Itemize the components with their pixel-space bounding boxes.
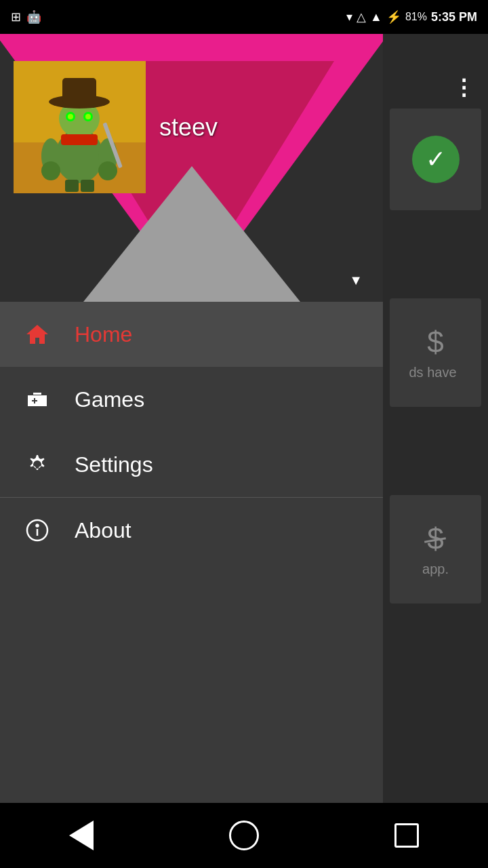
battery-icon: ⚡ <box>386 9 401 24</box>
nav-items: Home Games <box>0 302 383 868</box>
avatar[interactable] <box>14 61 146 193</box>
user-info: steev <box>14 61 218 193</box>
peek-text-1: ds have <box>409 365 462 380</box>
signal-icon: △ <box>357 9 366 24</box>
recents-icon <box>394 823 419 848</box>
drawer-header: steev ▼ <box>0 34 383 302</box>
svg-point-8 <box>68 114 73 119</box>
dropdown-arrow[interactable]: ▼ <box>349 273 363 288</box>
svg-rect-5 <box>62 78 96 104</box>
status-time: 5:35 PM <box>431 10 477 24</box>
peek-text-2: app. <box>422 561 449 577</box>
svg-point-9 <box>85 114 91 119</box>
svg-point-13 <box>41 161 60 180</box>
dollar-icon: $ <box>427 326 443 359</box>
peek-card-3: $ app. <box>390 495 481 604</box>
username: steev <box>159 113 218 142</box>
character-svg <box>14 61 146 193</box>
info-icon <box>20 513 54 547</box>
content-peek: ⋮ ✓ $ ds have $ app. <box>383 34 488 868</box>
bottom-navigation <box>0 803 488 868</box>
navigation-drawer: steev ▼ Home <box>0 34 383 868</box>
nav-item-games[interactable]: Games <box>0 367 383 432</box>
status-bar: ⊞ 🤖 ▾ △ ▲ ⚡ 81% 5:35 PM <box>0 0 488 34</box>
games-label: Games <box>75 387 144 412</box>
svg-point-18 <box>40 398 43 401</box>
home-label: Home <box>75 322 132 347</box>
nav-item-home[interactable]: Home <box>0 302 383 367</box>
svg-point-19 <box>43 401 45 403</box>
games-icon <box>20 382 54 416</box>
peek-card-1: ✓ <box>390 108 481 210</box>
svg-point-14 <box>98 161 117 180</box>
battery-percentage: 81% <box>405 11 427 23</box>
signal2-icon: ▲ <box>370 10 382 24</box>
recents-button[interactable] <box>386 815 427 856</box>
nav-item-about[interactable]: About <box>0 498 383 563</box>
more-options-button[interactable]: ⋮ <box>453 75 474 100</box>
more-options-icon: ⋮ <box>453 75 474 100</box>
home-button[interactable] <box>224 815 264 856</box>
android-status-icon: 🤖 <box>26 9 41 24</box>
svg-rect-16 <box>65 180 79 192</box>
settings-icon <box>20 448 54 481</box>
svg-rect-10 <box>61 134 98 145</box>
dropdown-chevron-icon: ▼ <box>349 273 363 288</box>
back-icon <box>69 821 94 850</box>
back-button[interactable] <box>61 815 102 856</box>
gamepad-status-icon: ⊞ <box>11 9 21 24</box>
svg-rect-17 <box>81 180 94 192</box>
wifi-icon: ▾ <box>346 9 352 24</box>
home-nav-icon <box>229 821 259 850</box>
settings-label: Settings <box>75 452 153 477</box>
status-bar-right: ▾ △ ▲ ⚡ 81% 5:35 PM <box>346 9 477 24</box>
svg-point-22 <box>37 525 39 527</box>
home-icon <box>20 317 54 351</box>
about-label: About <box>75 518 131 543</box>
nav-item-settings[interactable]: Settings <box>0 432 383 497</box>
main-container: steev ▼ Home <box>0 34 488 868</box>
check-icon: ✓ <box>412 136 460 183</box>
dollar-strikethrough-container: $ <box>427 522 443 556</box>
status-bar-left: ⊞ 🤖 <box>11 9 41 24</box>
peek-card-2: $ ds have <box>390 298 481 407</box>
